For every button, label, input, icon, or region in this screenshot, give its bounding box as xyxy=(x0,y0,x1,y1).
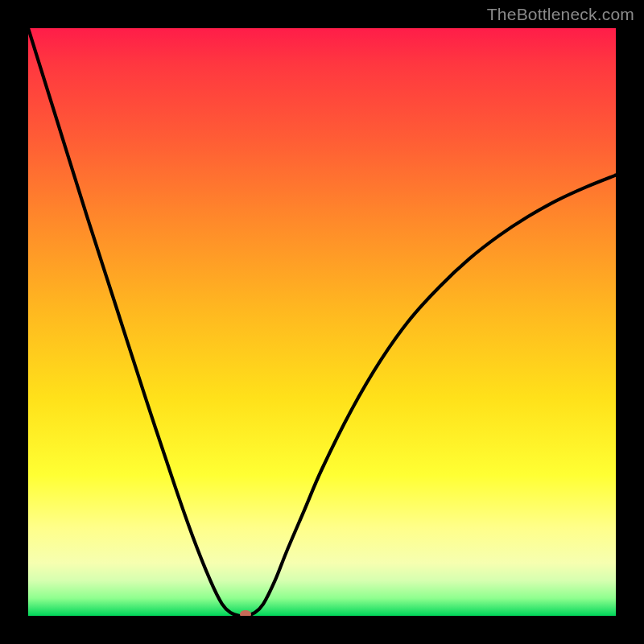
optimal-point-marker xyxy=(240,610,251,616)
watermark-text: TheBottleneck.com xyxy=(487,5,634,24)
bottleneck-curve xyxy=(28,28,616,616)
chart-frame: TheBottleneck.com xyxy=(0,0,644,644)
plot-area xyxy=(28,28,616,616)
